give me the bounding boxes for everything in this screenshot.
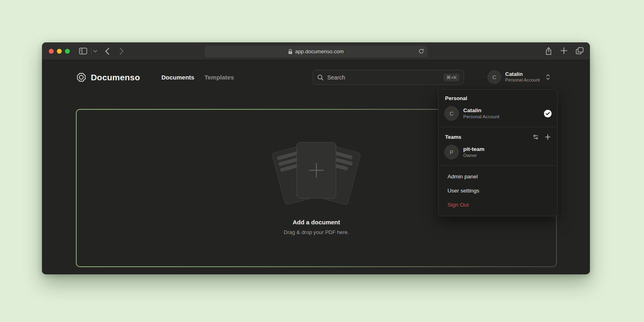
- dropzone-title: Add a document: [293, 219, 340, 226]
- personal-account-item[interactable]: C Catalin Personal Account: [439, 104, 557, 123]
- forward-icon: [119, 48, 124, 55]
- address-bar[interactable]: app.documenso.com: [205, 46, 427, 57]
- plus-icon: [307, 161, 326, 180]
- toolbar-right-actions: [545, 47, 583, 55]
- add-team-icon[interactable]: [545, 134, 551, 140]
- seal-icon: [76, 72, 87, 83]
- toolbar-divider: [91, 48, 92, 54]
- documenso-page: Documenso Documents Templates Search ⌘+K…: [42, 60, 590, 274]
- zoom-button[interactable]: [65, 49, 70, 54]
- main-nav: Documents Templates: [161, 74, 234, 81]
- account-name: Catalin: [505, 71, 540, 77]
- desktop-background: app.documenso.com: [0, 0, 644, 322]
- brand-name: Documenso: [91, 73, 140, 82]
- avatar: C: [487, 70, 501, 84]
- team-item[interactable]: P pit-team Owner: [439, 142, 557, 162]
- search-shortcut-badge: ⌘+K: [443, 73, 460, 82]
- nav-templates[interactable]: Templates: [205, 74, 234, 81]
- close-button[interactable]: [49, 49, 54, 54]
- dropzone-subtitle: Drag & drop your PDF here.: [284, 229, 349, 235]
- menu-divider: [439, 165, 557, 166]
- personal-section-label: Personal: [439, 94, 557, 104]
- chevron-down-icon[interactable]: [93, 50, 97, 53]
- document-stack-icon: [272, 142, 361, 207]
- avatar: P: [444, 145, 459, 159]
- search-icon: [317, 74, 324, 81]
- lock-icon: [288, 49, 293, 54]
- browser-window: app.documenso.com: [42, 42, 590, 274]
- account-dropdown-menu: Personal C Catalin Personal Account Team…: [438, 89, 558, 216]
- team-name: pit-team: [463, 146, 485, 153]
- menu-item-admin-panel[interactable]: Admin panel: [439, 169, 557, 184]
- documenso-logo[interactable]: Documenso: [76, 72, 140, 83]
- add-document-card: [297, 142, 336, 199]
- browser-toolbar: app.documenso.com: [42, 42, 590, 60]
- search-placeholder: Search: [327, 74, 345, 81]
- teams-section-label: Teams: [445, 134, 461, 140]
- personal-account-subtitle: Personal Account: [463, 114, 500, 120]
- selector-icon: [546, 74, 550, 80]
- minimize-button[interactable]: [57, 49, 62, 54]
- check-icon: [544, 110, 552, 117]
- menu-item-sign-out[interactable]: Sign Out: [439, 198, 557, 212]
- team-role: Owner: [463, 153, 485, 159]
- personal-account-info: Catalin Personal Account: [463, 107, 500, 120]
- url-text: app.documenso.com: [295, 48, 344, 54]
- avatar: C: [444, 106, 459, 121]
- reload-icon[interactable]: [418, 48, 424, 54]
- team-info: pit-team Owner: [463, 146, 485, 159]
- new-tab-icon[interactable]: [560, 47, 567, 55]
- teams-actions: [533, 134, 551, 140]
- account-menu-trigger[interactable]: C Catalin Personal Account: [487, 70, 550, 84]
- account-subtitle: Personal Account: [505, 77, 540, 83]
- nav-documents[interactable]: Documents: [161, 74, 194, 81]
- account-info: Catalin Personal Account: [505, 71, 540, 83]
- teams-section-header: Teams: [439, 131, 557, 142]
- manage-teams-icon[interactable]: [533, 134, 539, 140]
- personal-account-name: Catalin: [463, 107, 500, 114]
- search-input[interactable]: Search ⌘+K: [313, 70, 464, 85]
- menu-divider: [439, 127, 557, 127]
- sidebar-toggle-icon[interactable]: [79, 48, 87, 54]
- tab-overview-icon[interactable]: [576, 47, 583, 55]
- share-icon[interactable]: [545, 47, 552, 55]
- back-icon[interactable]: [105, 48, 109, 55]
- menu-item-user-settings[interactable]: User settings: [439, 184, 557, 198]
- traffic-lights: [49, 49, 70, 54]
